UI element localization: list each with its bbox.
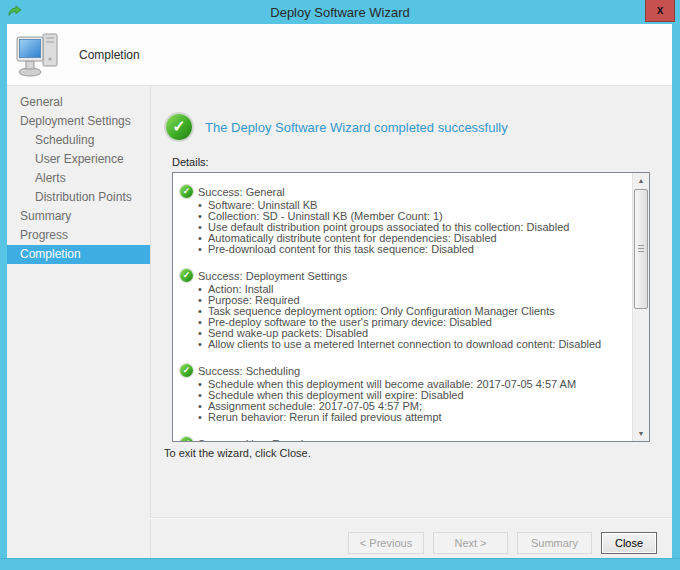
next-button[interactable]: Next >	[433, 532, 508, 554]
sidebar-item-alerts[interactable]: Alerts	[7, 169, 150, 188]
result-message: The Deploy Software Wizard completed suc…	[205, 120, 508, 135]
deploy-software-wizard-window: Deploy Software Wizard x	[0, 0, 680, 570]
scroll-up-icon[interactable]: ▲	[633, 173, 649, 188]
section-title: Success: User Experience	[198, 438, 327, 442]
success-check-icon: ✓	[180, 364, 193, 377]
sidebar-item-user-experience[interactable]: User Experience	[7, 150, 150, 169]
window-title: Deploy Software Wizard	[270, 5, 409, 20]
section-detail-list: Action: InstallPurpose: RequiredTask seq…	[180, 284, 628, 350]
section-detail-list: Schedule when this deployment will becom…	[180, 379, 628, 423]
sidebar-item-distribution-points[interactable]: Distribution Points	[7, 188, 150, 207]
wizard-step-sidebar: GeneralDeployment SettingsSchedulingUser…	[7, 86, 150, 517]
section-header: ✓Success: General	[180, 185, 628, 198]
window-border-bottom	[0, 558, 680, 570]
result-row: ✓ The Deploy Software Wizard completed s…	[166, 114, 508, 140]
detail-item: Allow clients to use a metered Internet …	[208, 339, 628, 350]
step-title: Completion	[79, 48, 140, 62]
scroll-down-icon[interactable]: ▼	[633, 426, 649, 441]
details-section-success-scheduling: ✓Success: SchedulingSchedule when this d…	[180, 364, 628, 423]
section-header: ✓Success: User Experience	[180, 437, 628, 441]
sidebar-item-progress[interactable]: Progress	[7, 226, 150, 245]
success-check-icon: ✓	[166, 114, 192, 140]
detail-item: Pre-download content for this task seque…	[208, 244, 628, 255]
section-title: Success: General	[198, 186, 285, 198]
footer-divider	[150, 517, 672, 519]
sidebar-item-completion[interactable]: Completion	[7, 245, 150, 264]
details-content: ✓Success: GeneralSoftware: Uninstall KBC…	[173, 173, 632, 441]
details-section-success-deployment-settings: ✓Success: Deployment SettingsAction: Ins…	[180, 269, 628, 350]
sidebar-item-scheduling[interactable]: Scheduling	[7, 131, 150, 150]
success-check-icon: ✓	[180, 185, 193, 198]
close-window-button[interactable]: x	[645, 0, 675, 22]
computer-icon	[16, 31, 64, 83]
summary-button[interactable]: Summary	[517, 532, 592, 554]
footer-buttons: < PreviousNext >SummaryClose	[150, 532, 657, 554]
deploy-arrow-icon	[8, 5, 22, 19]
details-scrollbar[interactable]: ▲ ▼	[632, 173, 649, 441]
exit-hint: To exit the wizard, click Close.	[164, 447, 311, 459]
detail-item: Rerun behavior: Rerun if failed previous…	[208, 412, 628, 423]
previous-button[interactable]: < Previous	[348, 532, 424, 554]
section-header: ✓Success: Deployment Settings	[180, 269, 628, 282]
sidebar-item-general[interactable]: General	[7, 93, 150, 112]
sidebar-divider	[150, 86, 151, 558]
section-header: ✓Success: Scheduling	[180, 364, 628, 377]
section-title: Success: Scheduling	[198, 365, 300, 377]
wizard-header: Completion	[7, 24, 672, 86]
section-detail-list: Software: Uninstall KBCollection: SD - U…	[180, 200, 628, 255]
success-check-icon: ✓	[180, 437, 193, 441]
sidebar-item-deployment-settings[interactable]: Deployment Settings	[7, 112, 150, 131]
sidebar-item-summary[interactable]: Summary	[7, 207, 150, 226]
title-bar[interactable]: Deploy Software Wizard x	[0, 0, 680, 24]
close-button[interactable]: Close	[601, 532, 657, 554]
section-title: Success: Deployment Settings	[198, 270, 347, 282]
details-section-success-general: ✓Success: GeneralSoftware: Uninstall KBC…	[180, 185, 628, 255]
details-section-success-user-experience: ✓Success: User Experience	[180, 437, 628, 441]
details-box: ✓Success: GeneralSoftware: Uninstall KBC…	[172, 172, 650, 442]
details-label: Details:	[172, 156, 209, 168]
scrollbar-thumb[interactable]	[634, 189, 648, 309]
success-check-icon: ✓	[180, 269, 193, 282]
window-border-left	[0, 24, 7, 570]
window-border-right	[672, 24, 680, 570]
